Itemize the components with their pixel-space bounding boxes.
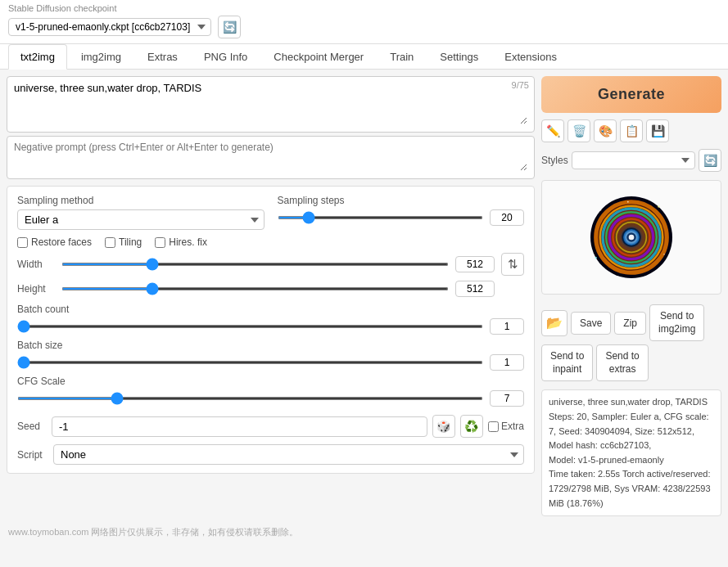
- svg-point-13: [629, 235, 635, 241]
- sampling-method-label: Sampling method: [17, 195, 265, 206]
- swap-dimensions-btn[interactable]: ⇅: [501, 253, 524, 276]
- checkpoint-label: Stable Diffusion checkpoint: [8, 3, 720, 13]
- height-row: Height: [17, 281, 524, 297]
- output-info-line4: Time taken: 2.55s Torch active/reserved:…: [549, 467, 714, 511]
- prompt-counter: 9/75: [512, 80, 529, 90]
- extra-label: Extra: [501, 421, 524, 432]
- refresh-checkpoint-btn[interactable]: 🔄: [218, 16, 241, 38]
- seed-input[interactable]: [52, 416, 427, 437]
- svg-point-17: [595, 257, 597, 259]
- hires-fix-checkbox[interactable]: [155, 237, 165, 248]
- styles-select[interactable]: [572, 151, 695, 169]
- positive-prompt-box: 9/75 universe, three sun,water drop, TAR…: [7, 76, 535, 133]
- tiling-checkbox[interactable]: [105, 237, 115, 248]
- seed-dice-btn[interactable]: 🎲: [432, 415, 455, 438]
- checkboxes-row: Restore faces Tiling Hires. fix: [17, 236, 524, 248]
- tab-img2img[interactable]: img2img: [69, 44, 133, 69]
- send-img2img-label: Send toimg2img: [658, 310, 695, 335]
- width-slider[interactable]: [61, 263, 449, 266]
- extra-checkbox[interactable]: [488, 421, 499, 432]
- script-label: Script: [17, 449, 47, 461]
- sampling-row: Sampling method Euler a Sampling steps: [17, 195, 524, 230]
- sampling-method-select[interactable]: Euler a: [17, 209, 265, 230]
- positive-prompt-input[interactable]: universe, three sun,water drop, TARDIS: [14, 82, 527, 124]
- batch-size-row: Batch size: [17, 340, 524, 371]
- send-extras-btn[interactable]: Send toextras: [596, 344, 648, 381]
- trash-icon-btn[interactable]: 🗑️: [567, 119, 590, 142]
- top-bar: Stable Diffusion checkpoint v1-5-pruned-…: [0, 0, 728, 44]
- hires-fix-label: Hires. fix: [169, 236, 207, 248]
- tiling-label: Tiling: [119, 236, 142, 248]
- tab-png-info[interactable]: PNG Info: [192, 44, 260, 69]
- tabs-bar: txt2img img2img Extras PNG Info Checkpoi…: [0, 44, 728, 70]
- tab-extensions[interactable]: Extensions: [492, 44, 569, 69]
- tiling-checkbox-label[interactable]: Tiling: [105, 236, 142, 248]
- left-panel: 9/75 universe, three sun,water drop, TAR…: [7, 76, 535, 516]
- watermark: www.toymoban.com 网络图片仅供展示，非存储，如有侵权请联系删除。: [0, 523, 728, 542]
- checkpoint-select[interactable]: v1-5-pruned-emaonly.ckpt [cc6cb27103]: [8, 18, 211, 36]
- hires-fix-checkbox-label[interactable]: Hires. fix: [155, 236, 207, 248]
- negative-prompt-box[interactable]: [7, 136, 535, 179]
- sampling-steps-label: Sampling steps: [278, 195, 525, 206]
- negative-prompt-input[interactable]: [14, 142, 527, 171]
- cfg-value[interactable]: [490, 390, 524, 407]
- sampling-steps-slider[interactable]: [278, 216, 484, 219]
- cfg-label: CFG Scale: [17, 376, 524, 387]
- refresh-styles-btn[interactable]: 🔄: [699, 149, 721, 172]
- pencil-icon-btn[interactable]: ✏️: [541, 119, 564, 142]
- palette-icon-btn[interactable]: 🎨: [594, 119, 617, 142]
- batch-count-row: Batch count: [17, 304, 524, 335]
- zip-btn[interactable]: Zip: [614, 312, 646, 335]
- batch-size-value[interactable]: [490, 354, 524, 371]
- height-value[interactable]: [455, 281, 495, 297]
- tab-checkpoint-merger[interactable]: Checkpoint Merger: [261, 44, 376, 69]
- send-extras-label: Send toextras: [605, 350, 639, 375]
- restore-faces-label: Restore faces: [31, 236, 92, 248]
- copy-icon-btn[interactable]: 📋: [620, 119, 643, 142]
- tab-settings[interactable]: Settings: [427, 44, 491, 69]
- right-panel: Generate ✏️ 🗑️ 🎨 📋 💾 Styles 🔄: [535, 76, 721, 516]
- controls-section: Sampling method Euler a Sampling steps: [7, 186, 535, 474]
- bottom-buttons: 📂 Save Zip Send toimg2img Send toinpaint…: [541, 304, 721, 381]
- svg-point-16: [663, 254, 665, 255]
- seed-label: Seed: [17, 421, 47, 432]
- sampling-steps-col: Sampling steps: [278, 195, 525, 230]
- batch-size-slider[interactable]: [17, 361, 483, 364]
- batch-size-slider-row: [17, 354, 524, 371]
- svg-point-15: [658, 205, 660, 208]
- batch-count-value[interactable]: [490, 318, 524, 335]
- styles-label: Styles: [541, 155, 568, 166]
- main-layout: 9/75 universe, three sun,water drop, TAR…: [0, 70, 728, 523]
- svg-point-14: [600, 209, 602, 211]
- send-img2img-btn[interactable]: Send toimg2img: [649, 304, 704, 341]
- tab-extras[interactable]: Extras: [135, 44, 190, 69]
- sampling-method-col: Sampling method Euler a: [17, 195, 265, 230]
- sampling-steps-value[interactable]: [490, 209, 524, 226]
- output-info-line1: universe, three sun,water drop, TARDIS: [549, 395, 714, 410]
- open-folder-btn[interactable]: 📂: [541, 310, 567, 336]
- tab-txt2img[interactable]: txt2img: [8, 44, 67, 70]
- batch-count-slider[interactable]: [17, 325, 483, 328]
- generate-button[interactable]: Generate: [541, 76, 721, 113]
- seed-recycle-btn[interactable]: ♻️: [460, 415, 483, 438]
- height-slider[interactable]: [61, 287, 449, 290]
- height-label: Height: [17, 283, 55, 295]
- output-info-line3: Model: v1-5-pruned-emaonly: [549, 453, 714, 468]
- width-label: Width: [17, 259, 55, 270]
- batch-size-label: Batch size: [17, 340, 524, 351]
- output-image: [590, 196, 672, 278]
- send-inpaint-btn[interactable]: Send toinpaint: [541, 344, 593, 381]
- width-value[interactable]: [455, 256, 495, 272]
- save-icon-btn[interactable]: 💾: [646, 119, 669, 142]
- extra-checkbox-label[interactable]: Extra: [488, 421, 524, 432]
- restore-faces-checkbox[interactable]: [17, 237, 28, 248]
- batch-count-slider-row: [17, 318, 524, 335]
- cfg-slider[interactable]: [17, 397, 483, 400]
- action-icons-row: ✏️ 🗑️ 🎨 📋 💾: [541, 119, 721, 142]
- restore-faces-checkbox-label[interactable]: Restore faces: [17, 236, 92, 248]
- script-select[interactable]: None: [53, 444, 524, 465]
- cfg-row: CFG Scale: [17, 376, 524, 407]
- batch-count-label: Batch count: [17, 304, 524, 315]
- tab-train[interactable]: Train: [378, 44, 426, 69]
- save-btn[interactable]: Save: [571, 312, 611, 335]
